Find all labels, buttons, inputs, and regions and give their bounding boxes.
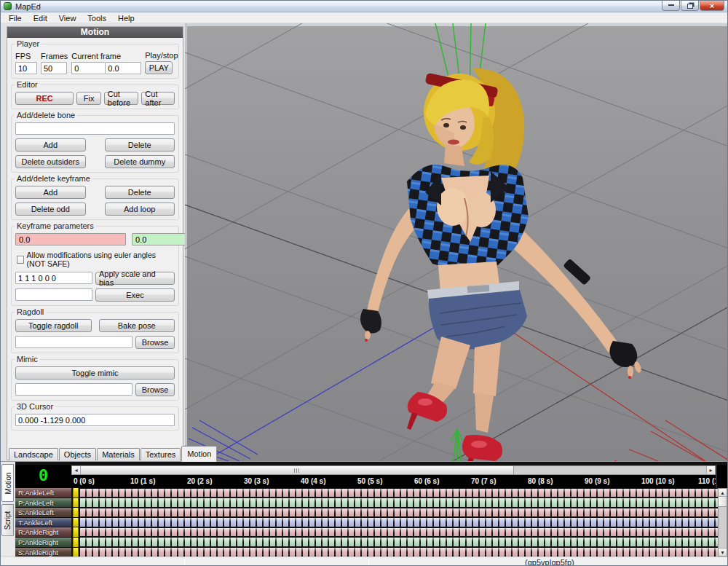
keyframe-cells[interactable]: [80, 489, 728, 498]
timeline-track-row: S:AnkleLeft: [15, 508, 728, 518]
track-label-s:ankleright[interactable]: S:AnkleRight: [15, 548, 71, 557]
keyframe-cells[interactable]: [80, 528, 728, 537]
title-bar[interactable]: MapEd ×: [1, 1, 727, 12]
current-frame-marker[interactable]: [73, 498, 79, 508]
keyframe-add-button[interactable]: Add: [15, 186, 86, 199]
bone-name-input[interactable]: [15, 122, 175, 135]
param-x-input[interactable]: [15, 233, 126, 245]
exec-input[interactable]: [15, 288, 92, 301]
tab-motion[interactable]: Motion: [181, 446, 217, 462]
track-label-t:ankleleft[interactable]: T:AnkleLeft: [15, 518, 71, 528]
tab-textures[interactable]: Textures: [141, 448, 181, 460]
timeline-h-scrollbar[interactable]: ◂ ▸: [71, 465, 716, 475]
track-keyframes[interactable]: [71, 488, 728, 498]
current-frame-marker[interactable]: [73, 538, 79, 547]
track-label-r:ankleleft[interactable]: R:AnkleLeft: [15, 488, 71, 498]
keyframe-cells[interactable]: [80, 538, 728, 546]
apply-scale-bias-button[interactable]: Apply scale and bias: [95, 272, 175, 285]
euler-checkbox[interactable]: [17, 256, 24, 264]
delete-outsiders-button[interactable]: Delete outsiders: [15, 155, 86, 168]
play-button[interactable]: PLAY: [145, 61, 173, 74]
keyframe-cells[interactable]: [80, 508, 728, 517]
current-frame-marker[interactable]: [73, 527, 79, 537]
timeline-v-scrollbar[interactable]: ▴ ▾: [718, 488, 727, 557]
mimic-browse-button[interactable]: Browse: [135, 383, 175, 396]
v-scrollbar-thumb[interactable]: [719, 497, 727, 507]
keyframe-params-label: Keyframe parameters: [15, 221, 96, 230]
track-label-r:ankleright[interactable]: R:AnkleRight: [15, 527, 71, 538]
toggle-mimic-button[interactable]: Toggle mimic: [15, 366, 175, 380]
track-keyframes[interactable]: [71, 508, 728, 518]
timeline-ruler[interactable]: 0 (0 s)10 (1 s)20 (2 s)30 (3 s)40 (4 s)5…: [71, 475, 716, 488]
app-window: MapEd × FileEditViewToolsHelp Motion Pla…: [0, 0, 728, 566]
menu-file[interactable]: File: [4, 13, 27, 23]
cut-before-button[interactable]: Cut before: [104, 92, 139, 105]
bone-delete-button[interactable]: Delete: [105, 138, 175, 152]
scroll-down-icon[interactable]: ▾: [719, 548, 727, 556]
timeline-tab-script[interactable]: Script: [1, 504, 14, 536]
timeline-track-row: R:AnkleLeft: [15, 488, 728, 498]
menu-help[interactable]: Help: [113, 13, 140, 23]
bake-pose-button[interactable]: Bake pose: [99, 319, 175, 332]
restore-button[interactable]: [681, 1, 699, 11]
h-scrollbar-thumb[interactable]: [81, 466, 514, 474]
current-time-input[interactable]: [105, 62, 141, 74]
current-frame-marker[interactable]: [73, 508, 79, 517]
player-group-label: Player: [15, 39, 41, 48]
keyframe-cells[interactable]: [80, 518, 728, 527]
track-label-p:ankleright[interactable]: P:AnkleRight: [15, 538, 71, 548]
tab-landscape[interactable]: Landscape: [9, 448, 58, 460]
menu-edit[interactable]: Edit: [28, 13, 52, 23]
current-frame-marker[interactable]: [73, 488, 79, 498]
track-label-p:ankleleft[interactable]: P:AnkleLeft: [15, 498, 71, 508]
keyframe-cells[interactable]: [80, 548, 728, 557]
track-keyframes[interactable]: [71, 518, 728, 528]
track-keyframes[interactable]: [71, 538, 728, 548]
scroll-up-icon[interactable]: ▴: [719, 489, 727, 497]
ragdoll-browse-button[interactable]: Browse: [135, 336, 175, 349]
exec-button[interactable]: Exec: [95, 288, 175, 302]
tab-objects[interactable]: Objects: [59, 448, 96, 460]
viewport-3d[interactable]: [185, 23, 728, 461]
track-label-s:ankleleft[interactable]: S:AnkleLeft: [15, 508, 71, 518]
tab-materials[interactable]: Materials: [97, 448, 140, 460]
current-frame-marker[interactable]: [73, 518, 79, 527]
add-loop-button[interactable]: Add loop: [105, 203, 175, 216]
fps-input[interactable]: [15, 62, 37, 74]
timeline-side-tabs: MotionScript: [1, 462, 15, 557]
delete-odd-button[interactable]: Delete odd: [15, 203, 86, 216]
minimize-icon: [668, 4, 674, 6]
scroll-right-icon[interactable]: ▸: [706, 466, 715, 474]
timeline-track-row: P:AnkleLeft: [15, 498, 728, 508]
window-title: MapEd: [15, 2, 41, 11]
cursor3d-input[interactable]: [15, 414, 175, 426]
track-keyframes[interactable]: [71, 548, 728, 557]
play-stop-label: Play/stop: [145, 51, 178, 60]
menu-view[interactable]: View: [54, 13, 82, 23]
delete-dummy-button[interactable]: Delete dummy: [105, 155, 175, 168]
frames-input[interactable]: [41, 62, 67, 74]
fix-button[interactable]: Fix: [76, 92, 100, 105]
rec-button[interactable]: REC: [15, 92, 74, 105]
menu-tools[interactable]: Tools: [82, 13, 111, 23]
bone-add-button[interactable]: Add: [15, 138, 86, 152]
minimize-button[interactable]: [662, 1, 680, 11]
scale-bias-input[interactable]: [15, 272, 92, 284]
scroll-left-icon[interactable]: ◂: [72, 466, 81, 474]
current-frame-input[interactable]: [71, 62, 105, 74]
status-bar: (gp5vp|gp5fp): [1, 557, 728, 566]
timeline-track-row: S:AnkleRight: [15, 548, 728, 557]
track-keyframes[interactable]: [71, 498, 728, 508]
toggle-ragdoll-button[interactable]: Toggle ragdoll: [15, 319, 92, 332]
panel-tab-bar: LandscapeObjectsMaterialsTexturesMotion: [9, 444, 218, 460]
mimic-file-input[interactable]: [15, 383, 132, 396]
track-keyframes[interactable]: [71, 527, 728, 538]
current-frame-marker[interactable]: [73, 548, 79, 557]
keyframe-cells[interactable]: [80, 498, 728, 507]
ragdoll-file-input[interactable]: [15, 336, 132, 348]
cut-after-button[interactable]: Cut after: [141, 92, 175, 105]
player-group: Player FPS Frames Current frame Play/sto…: [11, 44, 179, 79]
keyframe-delete-button[interactable]: Delete: [105, 186, 175, 199]
close-button[interactable]: ×: [700, 1, 724, 11]
timeline-tab-motion[interactable]: Motion: [1, 464, 14, 502]
